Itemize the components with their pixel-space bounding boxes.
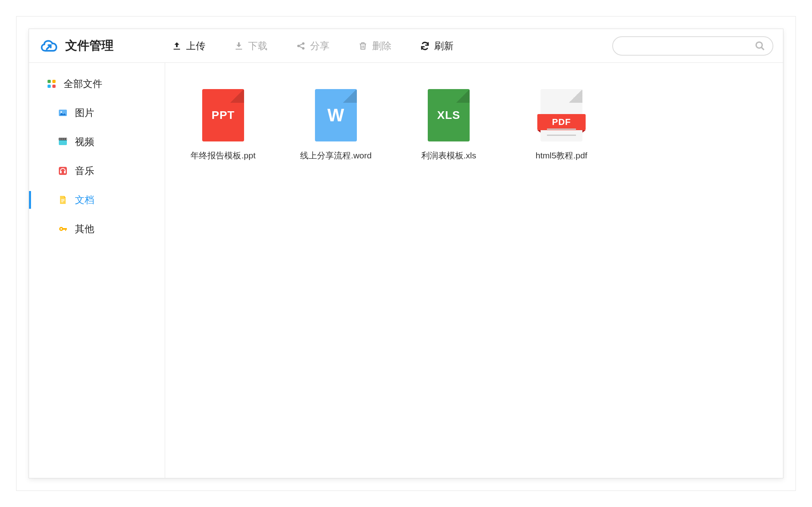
file-badge: XLS bbox=[437, 109, 460, 122]
pdf-file-icon: PDF bbox=[537, 87, 586, 143]
svg-rect-5 bbox=[52, 80, 56, 83]
sidebar-item-music[interactable]: 音乐 bbox=[29, 159, 165, 183]
svg-rect-19 bbox=[61, 199, 64, 200]
svg-rect-14 bbox=[64, 138, 64, 140]
body: 全部文件 图片 视频 bbox=[29, 63, 783, 478]
sidebar-item-documents[interactable]: 文档 bbox=[29, 188, 165, 212]
sidebar-item-images[interactable]: 图片 bbox=[29, 101, 165, 125]
logo-title: 文件管理 bbox=[39, 35, 155, 56]
music-icon bbox=[57, 165, 68, 177]
outer-frame: 文件管理 上传 下载 bbox=[16, 16, 796, 491]
ppt-file-icon: PPT bbox=[199, 87, 247, 143]
cloud-logo-icon bbox=[39, 35, 60, 56]
search-icon bbox=[755, 41, 765, 51]
svg-rect-15 bbox=[66, 138, 66, 140]
svg-rect-21 bbox=[61, 202, 63, 202]
file-name: 线上分享流程.word bbox=[300, 150, 371, 161]
file-item[interactable]: W 线上分享流程.word bbox=[296, 87, 376, 161]
svg-rect-6 bbox=[48, 85, 51, 88]
sidebar-item-other[interactable]: 其他 bbox=[29, 217, 165, 241]
svg-point-9 bbox=[60, 111, 62, 113]
svg-rect-10 bbox=[59, 139, 67, 145]
upload-icon bbox=[172, 41, 182, 51]
sidebar-item-label: 文档 bbox=[75, 193, 94, 206]
sidebar-item-all-files[interactable]: 全部文件 bbox=[29, 72, 165, 96]
sidebar-item-label: 音乐 bbox=[75, 164, 94, 177]
key-icon bbox=[57, 223, 68, 235]
toolbar: 上传 下载 分享 删除 bbox=[172, 39, 454, 52]
app-title: 文件管理 bbox=[65, 37, 114, 54]
file-item[interactable]: PPT 年终报告模板.ppt bbox=[183, 87, 263, 161]
file-item[interactable]: XLS 利润表模板.xls bbox=[408, 87, 489, 161]
file-badge: PPT bbox=[211, 109, 234, 122]
download-icon bbox=[234, 41, 244, 51]
sidebar-item-label: 图片 bbox=[75, 106, 94, 119]
image-icon bbox=[57, 107, 68, 118]
svg-rect-18 bbox=[64, 171, 66, 173]
delete-label: 删除 bbox=[372, 39, 392, 52]
search-input[interactable] bbox=[620, 41, 755, 50]
share-label: 分享 bbox=[310, 39, 329, 52]
svg-rect-25 bbox=[65, 228, 66, 231]
svg-rect-20 bbox=[61, 200, 64, 201]
svg-rect-4 bbox=[48, 80, 51, 83]
refresh-label: 刷新 bbox=[434, 39, 454, 52]
file-name: 年终报告模板.ppt bbox=[191, 150, 255, 161]
sidebar-item-label: 其他 bbox=[75, 222, 94, 235]
delete-button[interactable]: 删除 bbox=[358, 39, 392, 52]
download-label: 下载 bbox=[248, 39, 267, 52]
xls-file-icon: XLS bbox=[425, 87, 473, 143]
sidebar-item-video[interactable]: 视频 bbox=[29, 130, 165, 154]
file-name: html5教程.pdf bbox=[536, 150, 587, 161]
svg-rect-7 bbox=[52, 85, 56, 88]
share-icon bbox=[296, 41, 306, 51]
download-button[interactable]: 下载 bbox=[234, 39, 267, 52]
video-icon bbox=[57, 136, 68, 148]
svg-rect-24 bbox=[63, 228, 67, 230]
refresh-icon bbox=[420, 41, 430, 51]
word-file-icon: W bbox=[312, 87, 360, 143]
file-badge: W bbox=[327, 105, 345, 125]
svg-point-3 bbox=[756, 42, 762, 48]
upload-label: 上传 bbox=[186, 39, 205, 52]
trash-icon bbox=[358, 41, 368, 51]
svg-rect-12 bbox=[60, 138, 60, 140]
content-area: PPT 年终报告模板.ppt W 线上分享流程.word XLS 利润表模板.x… bbox=[165, 63, 783, 478]
sidebar-item-label: 全部文件 bbox=[64, 77, 102, 90]
document-icon bbox=[57, 194, 68, 206]
file-badge: PDF bbox=[552, 117, 571, 127]
search-box[interactable] bbox=[612, 36, 773, 56]
sidebar: 全部文件 图片 视频 bbox=[29, 63, 165, 478]
svg-point-23 bbox=[60, 228, 62, 230]
file-item[interactable]: PDF html5教程.pdf bbox=[521, 87, 602, 161]
file-name: 利润表模板.xls bbox=[421, 150, 476, 161]
grid-icon bbox=[46, 78, 57, 89]
app-window: 文件管理 上传 下载 bbox=[29, 29, 783, 478]
upload-button[interactable]: 上传 bbox=[172, 39, 205, 52]
svg-rect-17 bbox=[60, 171, 62, 173]
sidebar-item-label: 视频 bbox=[75, 135, 94, 148]
refresh-button[interactable]: 刷新 bbox=[420, 39, 454, 52]
header: 文件管理 上传 下载 bbox=[29, 29, 783, 63]
svg-rect-13 bbox=[62, 138, 62, 140]
share-button[interactable]: 分享 bbox=[296, 39, 329, 52]
